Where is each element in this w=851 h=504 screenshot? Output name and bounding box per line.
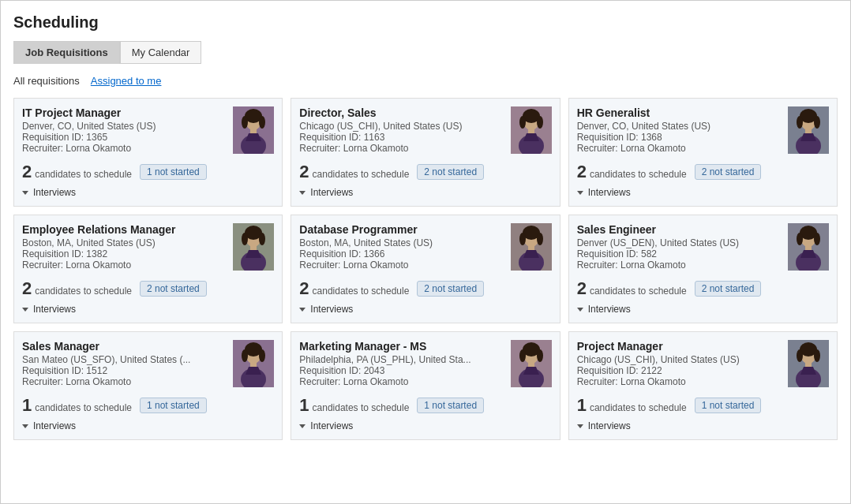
interviews-toggle[interactable]: Interviews (299, 187, 551, 198)
card-info: Database Programmer Boston, MA, United S… (299, 223, 504, 271)
count-label: candidates to schedule (590, 286, 687, 297)
candidates-count: 1 candidates to schedule (299, 395, 409, 416)
card-top: HR Generalist Denver, CO, United States … (577, 106, 829, 154)
not-started-badge[interactable]: 2 not started (417, 281, 484, 297)
chevron-down-icon (299, 191, 306, 195)
tab-my-calendar[interactable]: My Calendar (120, 41, 202, 64)
interviews-toggle[interactable]: Interviews (577, 304, 829, 315)
not-started-badge[interactable]: 1 not started (417, 398, 484, 413)
card-stats-row: 2 candidates to schedule 2 not started (22, 278, 274, 299)
svg-point-4 (259, 116, 265, 129)
page-title: Scheduling (13, 13, 838, 32)
count-number: 1 (22, 395, 32, 416)
not-started-badge[interactable]: 2 not started (417, 164, 484, 180)
interviews-label: Interviews (33, 304, 76, 315)
card-location: Boston, MA, United States (US) (22, 237, 227, 248)
count-label: candidates to schedule (313, 402, 410, 413)
card-location: Chicago (US_CHI), United States (US) (577, 354, 782, 365)
card-location: Denver, CO, United States (US) (22, 121, 227, 132)
count-number: 2 (22, 162, 32, 182)
interviews-label: Interviews (588, 187, 631, 198)
count-label: candidates to schedule (590, 402, 687, 413)
card-recruiter: Recruiter: Lorna Okamoto (22, 143, 227, 154)
card-info: HR Generalist Denver, CO, United States … (577, 106, 782, 154)
chevron-down-icon (299, 424, 306, 428)
card-info: Marketing Manager - MS Philadelphia, PA … (299, 340, 504, 387)
candidate-avatar (233, 106, 274, 154)
card-info: Sales Manager San Mateo (US_SFO), United… (22, 340, 227, 387)
card-info: Employee Relations Manager Boston, MA, U… (22, 223, 227, 271)
not-started-badge[interactable]: 2 not started (695, 281, 762, 297)
card-job-title: IT Project Manager (22, 106, 227, 119)
interviews-toggle[interactable]: Interviews (299, 304, 551, 315)
chevron-down-icon (577, 191, 583, 195)
card-info: Project Manager Chicago (US_CHI), United… (577, 340, 782, 387)
not-started-badge[interactable]: 2 not started (695, 164, 762, 180)
card-job-title: Sales Manager (22, 340, 227, 353)
not-started-badge[interactable]: 1 not started (140, 398, 207, 413)
card-stats-row: 2 candidates to schedule 1 not started (22, 162, 274, 182)
card-requisition-id: Requisition ID: 1512 (22, 365, 227, 376)
job-card: Sales Engineer Denver (US_DEN), United S… (568, 215, 838, 323)
chevron-down-icon (577, 308, 583, 312)
card-stats-row: 2 candidates to schedule 2 not started (577, 278, 829, 299)
card-requisition-id: Requisition ID: 1366 (299, 248, 504, 259)
card-job-title: HR Generalist (577, 106, 782, 119)
interviews-label: Interviews (33, 187, 76, 198)
filter-all-requisitions[interactable]: All requisitions (13, 75, 80, 87)
candidate-avatar (233, 223, 274, 271)
svg-point-3 (242, 116, 248, 129)
job-card: Director, Sales Chicago (US_CHI), United… (291, 98, 560, 207)
candidates-count: 2 candidates to schedule (299, 278, 409, 299)
filter-assigned-to-me[interactable]: Assigned to me (91, 75, 162, 87)
interviews-label: Interviews (310, 304, 353, 315)
job-card: Employee Relations Manager Boston, MA, U… (13, 215, 283, 323)
job-card: HR Generalist Denver, CO, United States … (568, 98, 838, 207)
svg-point-20 (814, 116, 820, 129)
job-card: Database Programmer Boston, MA, United S… (291, 215, 560, 323)
svg-point-51 (242, 349, 248, 362)
candidates-count: 2 candidates to schedule (577, 162, 687, 182)
job-card: Sales Manager San Mateo (US_SFO), United… (13, 331, 283, 440)
candidate-avatar (233, 340, 274, 387)
count-label: candidates to schedule (590, 169, 687, 180)
job-card: Project Manager Chicago (US_CHI), United… (568, 331, 838, 440)
candidate-avatar (511, 340, 552, 387)
candidates-count: 1 candidates to schedule (22, 395, 132, 416)
card-info: IT Project Manager Denver, CO, United St… (22, 106, 227, 154)
interviews-toggle[interactable]: Interviews (577, 187, 829, 198)
not-started-badge[interactable]: 1 not started (695, 398, 762, 413)
chevron-down-icon (577, 424, 583, 428)
candidate-avatar (788, 106, 829, 154)
interviews-toggle[interactable]: Interviews (299, 420, 551, 431)
count-number: 2 (299, 278, 309, 299)
interviews-label: Interviews (310, 420, 353, 431)
card-info: Sales Engineer Denver (US_DEN), United S… (577, 223, 782, 271)
interviews-toggle[interactable]: Interviews (577, 420, 829, 431)
card-requisition-id: Requisition ID: 1368 (577, 132, 782, 143)
tab-job-requisitions[interactable]: Job Requisitions (13, 41, 120, 64)
count-label: candidates to schedule (313, 169, 410, 180)
candidate-avatar (788, 340, 829, 387)
count-number: 1 (299, 395, 309, 416)
interviews-toggle[interactable]: Interviews (22, 187, 274, 198)
interviews-label: Interviews (310, 187, 353, 198)
filter-row: All requisitions Assigned to me (13, 75, 838, 87)
interviews-toggle[interactable]: Interviews (22, 420, 274, 431)
interviews-toggle[interactable]: Interviews (22, 304, 274, 315)
card-job-title: Employee Relations Manager (22, 223, 227, 236)
card-top: Director, Sales Chicago (US_CHI), United… (299, 106, 551, 154)
svg-point-52 (259, 349, 265, 362)
card-location: Denver (US_DEN), United States (US) (577, 237, 782, 248)
candidate-avatar (511, 223, 552, 271)
chevron-down-icon (22, 308, 28, 312)
card-stats-row: 2 candidates to schedule 2 not started (577, 162, 829, 182)
count-number: 2 (577, 278, 587, 299)
count-number: 1 (577, 395, 587, 416)
card-stats-row: 2 candidates to schedule 2 not started (299, 278, 551, 299)
card-recruiter: Recruiter: Lorna Okamoto (22, 376, 227, 387)
card-job-title: Director, Sales (299, 106, 504, 119)
svg-point-59 (519, 349, 526, 362)
not-started-badge[interactable]: 2 not started (140, 281, 207, 297)
not-started-badge[interactable]: 1 not started (140, 164, 207, 180)
